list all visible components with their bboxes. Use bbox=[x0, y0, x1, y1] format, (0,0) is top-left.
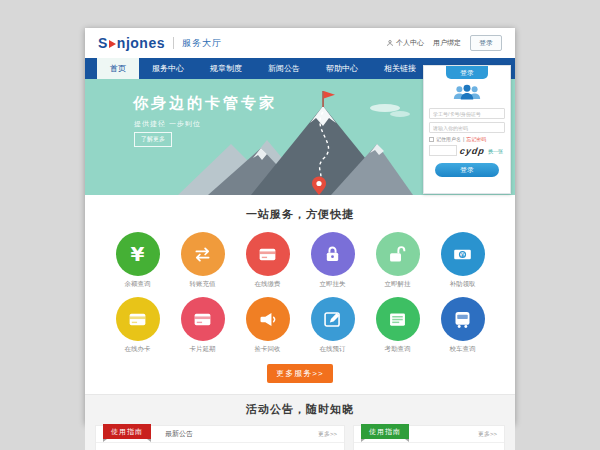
nav-item-1[interactable]: 服务中心 bbox=[139, 58, 197, 79]
captcha-refresh-link[interactable]: 换一张 bbox=[488, 148, 503, 154]
login-tab[interactable]: 登录 bbox=[446, 66, 488, 79]
service-label: 在线办卡 bbox=[105, 345, 170, 354]
service-label: 补助领取 bbox=[430, 280, 495, 289]
service-item-9[interactable]: 在线预订 bbox=[300, 294, 365, 354]
service-item-11[interactable]: 校车查询 bbox=[430, 294, 495, 354]
megaphone-icon bbox=[246, 297, 290, 341]
more-services-button[interactable]: 更多服务>> bbox=[267, 364, 333, 383]
service-label: 捡卡回收 bbox=[235, 345, 300, 354]
options-separator: | bbox=[463, 136, 464, 142]
service-label: 在线缴费 bbox=[235, 280, 300, 289]
personal-center-link[interactable]: 个人中心 bbox=[386, 38, 424, 48]
service-label: 立即解挂 bbox=[365, 280, 430, 289]
bus-icon bbox=[441, 297, 485, 341]
nav-item-3[interactable]: 新闻公告 bbox=[255, 58, 313, 79]
personal-center-label: 个人中心 bbox=[396, 38, 424, 48]
captcha-image[interactable]: cydp bbox=[459, 146, 485, 156]
service-label: 立即挂失 bbox=[300, 280, 365, 289]
tab-usage-guide-right[interactable]: 使用指南 bbox=[361, 424, 409, 439]
synjones-logo[interactable]: S njones bbox=[98, 35, 165, 51]
card-icon bbox=[181, 297, 225, 341]
service-item-3[interactable]: 立即挂失 bbox=[300, 229, 365, 289]
card-icon bbox=[116, 297, 160, 341]
unlock-icon bbox=[376, 232, 420, 276]
login-submit-button[interactable]: 登录 bbox=[435, 163, 499, 177]
announcements-title: 活动公告，随时知晓 bbox=[85, 402, 515, 417]
portal-page: S njones 服务大厅 个人中心 用户绑定 登录 首页服务中心规章制度新闻公… bbox=[85, 28, 515, 424]
service-item-8[interactable]: 捡卡回收 bbox=[235, 294, 300, 354]
captcha-row: cydp 换一张 bbox=[429, 145, 505, 156]
username-input[interactable] bbox=[429, 108, 505, 119]
service-label: 卡片延期 bbox=[170, 345, 235, 354]
services-section: 一站服务，方便快捷 ¥余额查询转账充值在线缴费立即挂失立即解挂¥补助领取在线办卡… bbox=[85, 195, 515, 383]
hero-banner: 你身边的卡管专家 提供捷径 一步到位 了解更多 登录 bbox=[85, 79, 515, 195]
transfer-icon bbox=[181, 232, 225, 276]
login-options: 记住用户名 | 忘记密码 bbox=[429, 136, 505, 142]
logo-text-prefix: S bbox=[98, 35, 108, 51]
services-title: 一站服务，方便快捷 bbox=[85, 207, 515, 222]
nav-item-0[interactable]: 首页 bbox=[97, 58, 139, 79]
forgot-password-link[interactable]: 忘记密码 bbox=[466, 136, 486, 142]
service-item-5[interactable]: ¥补助领取 bbox=[430, 229, 495, 289]
guide-panel: 使用指南 最新公告 更多>> bbox=[95, 425, 345, 450]
card-icon bbox=[246, 232, 290, 276]
header-right: 个人中心 用户绑定 登录 bbox=[386, 35, 502, 51]
user-binding-link[interactable]: 用户绑定 bbox=[433, 38, 461, 48]
guide-more-link[interactable]: 更多>> bbox=[318, 430, 337, 439]
help-more-link[interactable]: 更多>> bbox=[478, 430, 497, 439]
captcha-input[interactable] bbox=[429, 145, 457, 156]
help-panel-header: 使用指南 更多>> bbox=[354, 426, 504, 443]
announcements-section: 活动公告，随时知晓 使用指南 最新公告 更多>> 使用指南 更多>> bbox=[85, 394, 515, 450]
guide-panel-body bbox=[96, 443, 344, 450]
top-header: S njones 服务大厅 个人中心 用户绑定 登录 bbox=[85, 28, 515, 58]
logo-text-suffix: njones bbox=[117, 35, 165, 51]
users-icon bbox=[424, 83, 510, 105]
yen-icon: ¥ bbox=[116, 232, 160, 276]
remember-label: 记住用户名 bbox=[436, 136, 461, 142]
nav-item-2[interactable]: 规章制度 bbox=[197, 58, 255, 79]
services-grid: ¥余额查询转账充值在线缴费立即挂失立即解挂¥补助领取在线办卡卡片延期捡卡回收在线… bbox=[85, 229, 515, 359]
service-item-2[interactable]: 在线缴费 bbox=[235, 229, 300, 289]
list-icon bbox=[376, 297, 420, 341]
service-label: 校车查询 bbox=[430, 345, 495, 354]
service-label: 余额查询 bbox=[105, 280, 170, 289]
service-item-4[interactable]: 立即解挂 bbox=[365, 229, 430, 289]
person-icon bbox=[386, 39, 394, 47]
banknote-icon: ¥ bbox=[441, 232, 485, 276]
remember-checkbox[interactable] bbox=[429, 137, 434, 142]
hero-cta-button[interactable]: 了解更多 bbox=[134, 132, 172, 147]
logo-arrow-icon bbox=[109, 40, 116, 48]
service-item-10[interactable]: 考勤查询 bbox=[365, 294, 430, 354]
password-input[interactable] bbox=[429, 122, 505, 133]
tab-usage-guide[interactable]: 使用指南 bbox=[103, 424, 151, 439]
guide-panel-header: 使用指南 最新公告 更多>> bbox=[96, 426, 344, 443]
help-panel-body bbox=[354, 443, 504, 450]
tab-latest-announcements[interactable]: 最新公告 bbox=[165, 429, 193, 439]
service-item-7[interactable]: 卡片延期 bbox=[170, 294, 235, 354]
service-label: 在线预订 bbox=[300, 345, 365, 354]
lock-icon bbox=[311, 232, 355, 276]
nav-item-4[interactable]: 帮助中心 bbox=[313, 58, 371, 79]
user-binding-label: 用户绑定 bbox=[433, 38, 461, 48]
login-panel: 登录 记住用户名 | 忘记密码 cydp 换一张 登录 bbox=[423, 65, 511, 194]
service-item-1[interactable]: 转账充值 bbox=[170, 229, 235, 289]
help-panel: 使用指南 更多>> bbox=[353, 425, 505, 450]
logo-divider bbox=[173, 37, 174, 49]
service-label: 考勤查询 bbox=[365, 345, 430, 354]
mountain-illustration bbox=[173, 87, 413, 195]
header-login-button[interactable]: 登录 bbox=[470, 35, 502, 51]
nav-item-5[interactable]: 相关链接 bbox=[371, 58, 429, 79]
portal-name: 服务大厅 bbox=[182, 37, 222, 50]
service-item-6[interactable]: 在线办卡 bbox=[105, 294, 170, 354]
edit-icon bbox=[311, 297, 355, 341]
service-item-0[interactable]: ¥余额查询 bbox=[105, 229, 170, 289]
announcement-panels: 使用指南 最新公告 更多>> 使用指南 更多>> bbox=[85, 425, 515, 450]
service-label: 转账充值 bbox=[170, 280, 235, 289]
